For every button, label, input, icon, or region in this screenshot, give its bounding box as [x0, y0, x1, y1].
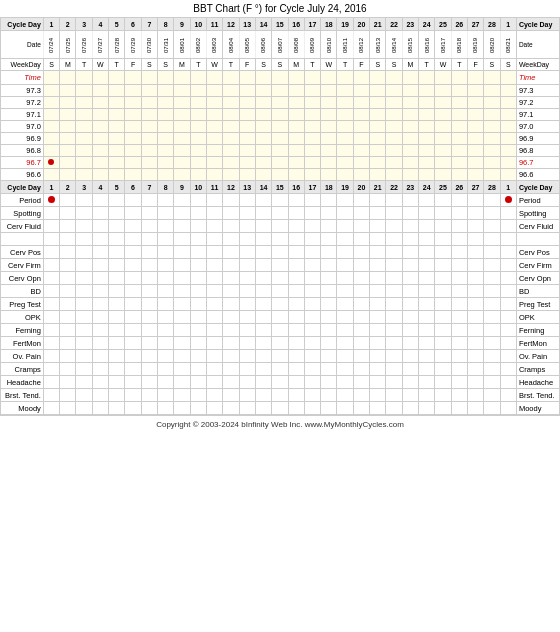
row-spotting: SpottingSpotting	[1, 207, 560, 220]
row-cerv-pos: Cerv PosCerv Pos	[1, 246, 560, 259]
row-cerv-opn: Cerv OpnCerv Opn	[1, 272, 560, 285]
row-ferning: FerningFerning	[1, 324, 560, 337]
temp-row-4: 96.996.9	[1, 133, 560, 145]
weekday-row: WeekDaySMTWTFSSMTWTFSSMTWTFSSMTWTFSSWeek…	[1, 59, 560, 71]
time-row: TimeTime	[1, 71, 560, 85]
row-headache: HeadacheHeadache	[1, 376, 560, 389]
row-cerv-firm: Cerv FirmCerv Firm	[1, 259, 560, 272]
footer: Copyright © 2003-2024 bInfinity Web Inc.…	[0, 415, 560, 431]
row-fertmon: FertMonFertMon	[1, 337, 560, 350]
temp-row-2: 97.197.1	[1, 109, 560, 121]
row-period: PeriodPeriod	[1, 194, 560, 207]
bbt-chart: Cycle Day1234567891011121314151617181920…	[0, 17, 560, 415]
temp-row-7: 96.696.6	[1, 169, 560, 181]
row-ov--pain: Ov. PainOv. Pain	[1, 350, 560, 363]
cycle-day-mid-row: Cycle Day1234567891011121314151617181920…	[1, 181, 560, 194]
row-brst--tend-: Brst. Tend.Brst. Tend.	[1, 389, 560, 402]
chart-container: BBT Chart (F °) for Cycle July 24, 2016 …	[0, 0, 560, 431]
chart-title: BBT Chart (F °) for Cycle July 24, 2016	[0, 0, 560, 17]
temp-row-6: 96.796.7	[1, 157, 560, 169]
row-cramps: CrampsCramps	[1, 363, 560, 376]
temp-row-0: 97.397.3	[1, 85, 560, 97]
date-row: Date07/2407/2507/2607/2707/2807/2907/300…	[1, 31, 560, 59]
temp-row-1: 97.297.2	[1, 97, 560, 109]
temp-row-5: 96.896.8	[1, 145, 560, 157]
row-cerv-fluid: Cerv FluidCerv Fluid	[1, 220, 560, 233]
temp-row-3: 97.097.0	[1, 121, 560, 133]
row-moody: MoodyMoody	[1, 402, 560, 415]
cycle-day-header-row: Cycle Day1234567891011121314151617181920…	[1, 18, 560, 31]
row-opk: OPKOPK	[1, 311, 560, 324]
row-bd: BDBD	[1, 285, 560, 298]
row-preg-test: Preg TestPreg Test	[1, 298, 560, 311]
row-empty	[1, 233, 560, 246]
